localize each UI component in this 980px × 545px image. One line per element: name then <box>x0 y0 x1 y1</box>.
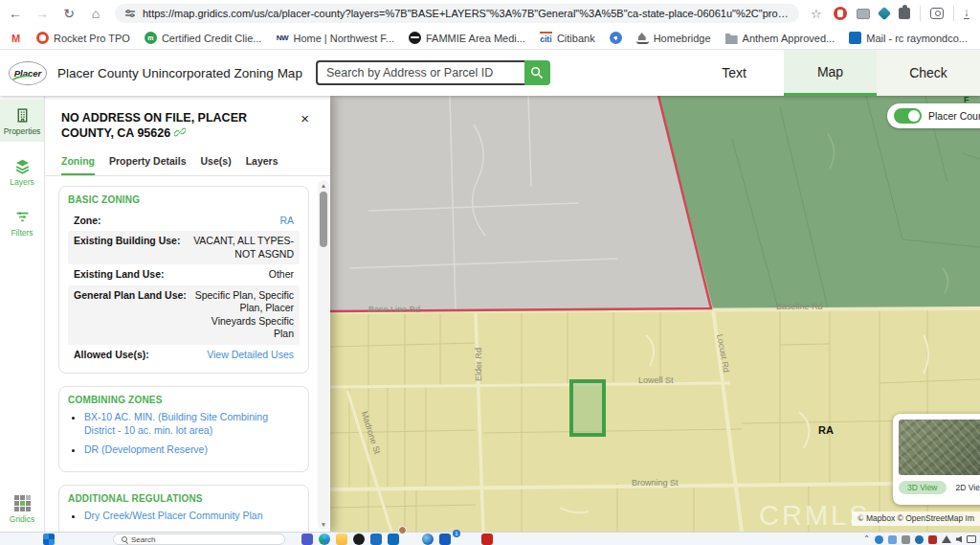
combining-zone-link[interactable]: DR (Development Reserve) <box>84 443 208 455</box>
map-attribution[interactable]: © Mapbox © OpenStreetMap Im <box>852 511 980 526</box>
screenshare-extension-icon[interactable] <box>857 9 870 19</box>
bookmark-fammie[interactable]: FAMMIE Area Medi... <box>409 32 525 44</box>
section-heading: BASIC ZONING <box>68 194 300 205</box>
bookmark-outlook-mail[interactable]: Mail - rc raymondco... <box>849 32 968 44</box>
taskbar-search[interactable]: Search <box>113 534 285 545</box>
downloads-icon[interactable]: ↓ <box>964 8 969 19</box>
map-inset-card: 3D View 2D Vie <box>893 414 980 505</box>
site-info-icon[interactable] <box>124 8 136 19</box>
search-input[interactable] <box>316 60 524 85</box>
placer-logo: Placer <box>9 61 47 85</box>
diamond-extension-icon[interactable] <box>878 7 891 20</box>
bookmark-flower[interactable] <box>610 32 622 44</box>
globe-icon <box>409 32 421 44</box>
satellite-thumbnail[interactable] <box>899 420 980 475</box>
tray-icon[interactable] <box>915 535 924 544</box>
bookmark-certified-credit[interactable]: mCertified Credit Clie... <box>145 32 262 44</box>
maps-app-icon[interactable] <box>422 534 434 545</box>
address-bar[interactable]: https://map.gridics.com/us/ca/placer-cou… <box>115 4 799 23</box>
panel-tab-zoning[interactable]: Zoning <box>61 155 95 175</box>
property-address-title: NO ADDRESS ON FILE, PLACER COUNTY, CA 95… <box>45 96 330 147</box>
view-detailed-uses-link[interactable]: View Detailed Uses <box>207 349 294 361</box>
building-icon <box>14 107 31 124</box>
link-icon[interactable] <box>174 126 186 138</box>
scrollbar-thumb[interactable] <box>320 192 327 247</box>
sidebar-item-layers[interactable]: Layers <box>0 150 44 193</box>
app-header: Placer Placer County Unincorporated Zoni… <box>0 50 980 96</box>
reload-icon[interactable]: ↻ <box>61 0 77 27</box>
bookmark-homebridge[interactable]: Homebridge <box>636 32 711 44</box>
bookmark-rocket-pro[interactable]: Rocket Pro TPO <box>36 32 130 44</box>
bookmark-northwest[interactable]: NWHome | Northwest F... <box>276 32 394 44</box>
bookmark-star-icon[interactable]: ☆ <box>811 7 822 21</box>
northwest-icon: NW <box>276 32 288 44</box>
edge-icon[interactable] <box>319 534 330 545</box>
road-label-lowell-st: Lowell St <box>638 375 674 385</box>
file-explorer-icon[interactable] <box>336 534 347 545</box>
view-3d-button[interactable]: 3D View <box>899 481 947 494</box>
road-label-baseline-rd: Baseline Rd <box>776 302 823 311</box>
acrobat-icon[interactable] <box>481 534 493 545</box>
road-label-base-line-rd: Base Line Rd <box>368 305 420 314</box>
citi-icon: citi <box>540 32 552 44</box>
scroll-down-icon[interactable]: ▼ <box>318 519 329 530</box>
extensions-row: ↓ <box>834 6 969 21</box>
tray-chevron-icon[interactable]: ⌃ <box>863 534 870 545</box>
close-icon[interactable]: × <box>301 111 309 125</box>
tab-check[interactable]: Check <box>877 50 980 96</box>
sidebar-item-properties[interactable]: Properties <box>0 100 44 142</box>
tray-icon[interactable] <box>875 535 883 544</box>
dell-icon[interactable] <box>353 534 365 545</box>
start-button[interactable] <box>43 534 55 545</box>
panel-tab-uses[interactable]: Use(s) <box>201 155 232 175</box>
search-icon <box>122 536 127 542</box>
property-panel: NO ADDRESS ON FILE, PLACER COUNTY, CA 95… <box>45 96 330 532</box>
wifi-icon[interactable] <box>942 535 951 543</box>
view-2d-button[interactable]: 2D Vie <box>956 483 980 492</box>
bookmark-gmail[interactable]: M <box>10 32 22 44</box>
extensions-puzzle-icon[interactable] <box>899 8 910 19</box>
teams-icon[interactable] <box>301 534 313 545</box>
gridics-footer[interactable]: Gridics <box>0 495 44 524</box>
bookmark-anthem-folder[interactable]: Anthem Approved... <box>725 32 835 44</box>
outlook-icon[interactable] <box>388 534 399 545</box>
placer-county-toggle[interactable] <box>894 108 922 124</box>
road-label-browning-st: Browning St <box>632 478 679 488</box>
tab-text[interactable]: Text <box>684 50 784 96</box>
search-button[interactable] <box>524 60 550 85</box>
regulation-link[interactable]: Dry Creek/West Placer Community Plan <box>84 510 263 521</box>
bookmark-citibank[interactable]: citiCitibank <box>540 32 595 44</box>
system-tray: ⌃ <box>863 534 976 545</box>
app-icon[interactable] <box>370 534 382 545</box>
panel-tab-layers[interactable]: Layers <box>246 155 278 175</box>
combining-zone-link[interactable]: BX-10 AC. MIN. (Building Site Combining … <box>84 411 268 436</box>
scroll-up-icon[interactable]: ▲ <box>318 180 329 191</box>
map-graphics <box>330 96 980 532</box>
adblock-extension-icon[interactable] <box>834 7 847 20</box>
battery-icon[interactable] <box>967 535 976 543</box>
back-icon[interactable]: ← <box>8 0 23 27</box>
layers-icon <box>14 158 31 174</box>
search-bar <box>316 60 550 85</box>
volume-icon[interactable] <box>956 536 962 543</box>
panel-scrollbar[interactable]: ▲ ▼ <box>318 180 329 530</box>
home-icon[interactable]: ⌂ <box>88 0 103 27</box>
tray-icon[interactable] <box>902 535 910 544</box>
tray-icon[interactable] <box>888 535 897 544</box>
certified-credit-icon: m <box>145 32 157 44</box>
road-label-elder-rd: Elder Rd <box>474 348 483 381</box>
layer-toggle-pill: Placer Count <box>887 103 980 128</box>
sidebar-item-filters[interactable]: Filters <box>0 201 44 243</box>
zone-link[interactable]: RA <box>279 215 294 227</box>
gmail-icon: M <box>10 32 22 44</box>
word-icon[interactable] <box>439 534 451 545</box>
tab-map[interactable]: Map <box>784 50 877 96</box>
forward-icon[interactable]: → <box>34 0 50 27</box>
panel-tab-property-details[interactable]: Property Details <box>109 155 187 175</box>
side-panel-icon[interactable] <box>930 8 944 19</box>
flower-icon <box>610 32 622 44</box>
tray-icon[interactable] <box>928 535 937 544</box>
map-canvas[interactable]: Base Line Rd Baseline Rd Elder Rd Locust… <box>330 96 980 532</box>
table-row: Zone: RA <box>68 211 300 231</box>
additional-regulations-card: ADDITIONAL REGULATIONS Dry Creek/West Pl… <box>58 485 309 532</box>
